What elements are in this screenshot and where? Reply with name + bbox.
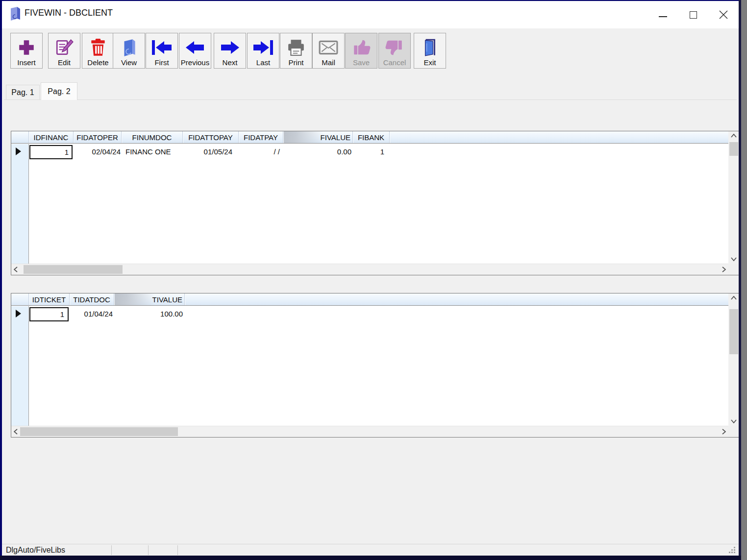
horizontal-scroll-thumb[interactable] xyxy=(24,265,123,274)
statusbar-divider xyxy=(177,545,178,555)
horizontal-scrollbar[interactable] xyxy=(11,264,728,275)
current-row-arrow xyxy=(16,147,21,155)
tab-pag-1[interactable]: Pag. 1 xyxy=(6,85,40,99)
scroll-up-icon[interactable] xyxy=(728,131,739,140)
view-button[interactable]: View xyxy=(113,33,145,69)
print-label: Print xyxy=(289,58,304,67)
edit-label: Edit xyxy=(58,58,71,67)
exit-label: Exit xyxy=(423,58,436,67)
cancel-label: Cancel xyxy=(383,58,406,67)
column-header-fidatpay[interactable]: FIDATPAY xyxy=(239,131,283,143)
statusbar: DlgAuto/FiveLibs xyxy=(2,544,739,556)
first-label: First xyxy=(154,58,169,67)
column-header-filler xyxy=(185,293,728,305)
first-button[interactable]: First xyxy=(146,33,178,69)
column-header-tidatdoc[interactable]: TIDATDOC xyxy=(70,293,114,305)
next-label: Next xyxy=(223,58,238,67)
arrow-right-icon xyxy=(219,37,241,58)
mail-label: Mail xyxy=(322,58,335,67)
view-label: View xyxy=(121,58,137,67)
thumbs-up-icon xyxy=(352,37,371,58)
column-header-fivalue[interactable]: FIVALUE xyxy=(283,131,353,143)
tab-pag-2-label: Pag. 2 xyxy=(48,87,70,96)
cell-tivalue[interactable]: 100.00 xyxy=(115,306,185,321)
save-label: Save xyxy=(353,58,370,67)
titlebar[interactable]: FIVEWIN - DBCLIENT xyxy=(2,1,739,28)
scroll-down-icon[interactable] xyxy=(728,417,739,426)
cell-fidattopay[interactable]: 01/05/24 xyxy=(183,144,239,159)
app-icon xyxy=(9,6,22,21)
print-button[interactable]: Print xyxy=(280,33,312,69)
column-header-fidatoper[interactable]: FIDATOPER xyxy=(74,131,122,143)
scroll-left-icon[interactable] xyxy=(11,426,20,437)
vertical-scrollbar[interactable] xyxy=(728,131,739,264)
vertical-scroll-thumb[interactable] xyxy=(729,142,738,156)
financ-data-row[interactable]: 1 02/04/24 FINANC ONE 01/05/24 / / 0.00 … xyxy=(29,144,390,159)
book-icon xyxy=(120,37,138,58)
notepad-pencil-icon xyxy=(54,37,74,58)
cell-idfinanc-value: 1 xyxy=(65,148,69,156)
cell-fivalue[interactable]: 0.00 xyxy=(284,144,353,159)
tab-pag-2[interactable]: Pag. 2 xyxy=(41,82,77,100)
insert-button[interactable]: Insert xyxy=(10,33,43,69)
mail-button[interactable]: Mail xyxy=(312,33,345,69)
horizontal-scroll-thumb[interactable] xyxy=(20,427,178,436)
scrollbar-corner xyxy=(728,426,739,437)
maximize-button[interactable] xyxy=(678,1,708,28)
horizontal-scrollbar[interactable] xyxy=(11,426,728,437)
next-button[interactable]: Next xyxy=(214,33,246,69)
scrollbar-corner xyxy=(728,264,739,275)
printer-icon xyxy=(287,37,305,58)
cell-fidatpay[interactable]: / / xyxy=(239,144,284,159)
close-icon xyxy=(719,10,728,19)
scroll-down-icon[interactable] xyxy=(728,255,739,264)
resize-grip-icon[interactable] xyxy=(729,547,736,556)
column-header-idfinanc[interactable]: IDFINANC xyxy=(29,131,74,143)
plus-icon xyxy=(17,37,36,58)
column-header-fidattopay[interactable]: FIDATTOPAY xyxy=(183,131,239,143)
window-border-left xyxy=(0,0,2,560)
column-header-idticket[interactable]: IDTICKET xyxy=(29,293,70,305)
scroll-right-icon[interactable] xyxy=(720,264,728,275)
last-button[interactable]: Last xyxy=(247,33,279,69)
previous-button[interactable]: Previous xyxy=(179,33,211,69)
cell-idfinanc[interactable]: 1 xyxy=(29,144,74,159)
financ-browse: IDFINANC FIDATOPER FINUMDOC FIDATTOPAY F… xyxy=(11,131,740,275)
selected-cell[interactable]: 1 xyxy=(29,145,73,159)
selected-cell[interactable]: 1 xyxy=(29,307,69,321)
cell-finumdoc[interactable]: FINANC ONE xyxy=(122,144,183,159)
tab-pag-1-label: Pag. 1 xyxy=(11,88,34,97)
cell-idticket[interactable]: 1 xyxy=(29,306,70,321)
scroll-left-icon[interactable] xyxy=(11,264,20,275)
current-row-arrow xyxy=(16,310,21,317)
last-label: Last xyxy=(256,58,270,67)
vertical-scrollbar[interactable] xyxy=(728,293,739,426)
window-border-top xyxy=(0,0,741,1)
arrow-first-icon xyxy=(150,37,173,58)
column-header-tivalue[interactable]: TIVALUE xyxy=(114,293,185,305)
exit-button[interactable]: Exit xyxy=(414,33,446,69)
delete-button[interactable]: Delete xyxy=(82,33,114,69)
scroll-right-icon[interactable] xyxy=(720,426,728,437)
close-button[interactable] xyxy=(708,1,739,28)
cell-fibank[interactable]: 1 xyxy=(353,144,390,159)
vertical-scroll-thumb[interactable] xyxy=(729,309,738,354)
trash-icon xyxy=(89,37,107,58)
arrow-left-icon xyxy=(184,37,206,58)
door-icon xyxy=(421,37,439,58)
window-controls xyxy=(647,1,739,28)
column-header-fibank[interactable]: FIBANK xyxy=(353,131,390,143)
cancel-button: Cancel xyxy=(378,33,411,69)
scroll-up-icon[interactable] xyxy=(728,293,739,302)
minimize-button[interactable] xyxy=(647,1,678,28)
cell-fidatoper[interactable]: 02/04/24 xyxy=(74,144,122,159)
row-selector-strip xyxy=(11,306,29,426)
column-header-finumdoc[interactable]: FINUMDOC xyxy=(122,131,183,143)
edit-button[interactable]: Edit xyxy=(48,33,80,69)
financ-header-row: IDFINANC FIDATOPER FINUMDOC FIDATTOPAY F… xyxy=(11,131,728,144)
ticket-data-row[interactable]: 1 01/04/24 100.00 xyxy=(29,306,185,321)
minimize-icon xyxy=(659,16,667,17)
row-selector-strip xyxy=(11,144,29,264)
cell-tidatdoc[interactable]: 01/04/24 xyxy=(70,306,115,321)
ticket-browse: IDTICKET TIDATDOC TIVALUE 1 01/04/24 100… xyxy=(11,293,740,438)
